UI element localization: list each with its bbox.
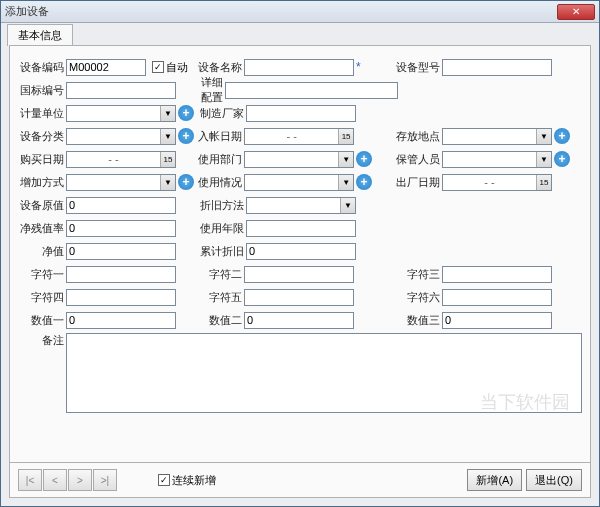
label-keeper: 保管人员	[394, 152, 442, 167]
calendar-icon: 15	[536, 175, 551, 190]
device-code-input[interactable]	[66, 59, 146, 76]
window-title: 添加设备	[5, 4, 557, 19]
accum-depreciation-input[interactable]	[246, 243, 356, 260]
nav-prev-button[interactable]: <	[43, 469, 67, 491]
label-entry-date: 入帐日期	[196, 129, 244, 144]
add-status-button[interactable]: +	[356, 174, 372, 190]
label-salvage-rate: 净残值率	[18, 221, 66, 236]
original-value-input[interactable]	[66, 197, 176, 214]
label-device-category: 设备分类	[18, 129, 66, 144]
label-str6: 字符六	[394, 290, 442, 305]
store-location-combo[interactable]: ▼	[442, 128, 552, 145]
use-status-combo[interactable]: ▼	[244, 174, 354, 191]
label-continuous-add: 连续新增	[172, 473, 216, 488]
label-accum-depreciation: 累计折旧	[198, 244, 246, 259]
str4-input[interactable]	[66, 289, 176, 306]
str1-input[interactable]	[66, 266, 176, 283]
add-method-combo[interactable]: ▼	[66, 174, 176, 191]
chevron-down-icon: ▼	[536, 129, 551, 144]
label-num3: 数值三	[394, 313, 442, 328]
num2-input[interactable]	[244, 312, 354, 329]
depreciation-method-combo[interactable]: ▼	[246, 197, 356, 214]
label-factory-date: 出厂日期	[394, 175, 442, 190]
add-category-button[interactable]: +	[178, 128, 194, 144]
auto-checkbox[interactable]: ✓	[152, 61, 164, 73]
label-device-code: 设备编码	[18, 60, 66, 75]
close-button[interactable]: ✕	[557, 4, 595, 20]
chevron-down-icon: ▼	[160, 175, 175, 190]
chevron-down-icon: ▼	[160, 106, 175, 121]
add-dept-button[interactable]: +	[356, 151, 372, 167]
label-depreciation-method: 折旧方法	[198, 198, 246, 213]
purchase-date-picker[interactable]: - -15	[66, 151, 176, 168]
label-str4: 字符四	[18, 290, 66, 305]
str3-input[interactable]	[442, 266, 552, 283]
label-device-name: 设备名称	[196, 60, 244, 75]
entry-date-picker[interactable]: - -15	[244, 128, 354, 145]
add-button[interactable]: 新增(A)	[467, 469, 522, 491]
device-model-input[interactable]	[442, 59, 552, 76]
label-manufacturer: 制造厂家	[198, 106, 246, 121]
label-device-model: 设备型号	[394, 60, 442, 75]
label-store-location: 存放地点	[394, 129, 442, 144]
net-value-input[interactable]	[66, 243, 176, 260]
form-panel: 设备编码 ✓ 自动 设备名称 * 设备型号 国标编号	[9, 45, 591, 465]
continuous-add-checkbox[interactable]: ✓	[158, 474, 170, 486]
manufacturer-input[interactable]	[246, 105, 356, 122]
factory-date-picker[interactable]: - -15	[442, 174, 552, 191]
label-net-value: 净值	[18, 244, 66, 259]
nav-first-button[interactable]: |<	[18, 469, 42, 491]
str5-input[interactable]	[244, 289, 354, 306]
num3-input[interactable]	[442, 312, 552, 329]
dialog-window: 添加设备 ✕ 基本信息 设备编码 ✓ 自动 设备名称 * 设备型号	[0, 0, 600, 507]
label-auto: 自动	[166, 60, 188, 75]
label-original-value: 设备原值	[18, 198, 66, 213]
national-code-input[interactable]	[66, 82, 176, 99]
exit-button[interactable]: 退出(Q)	[526, 469, 582, 491]
num1-input[interactable]	[66, 312, 176, 329]
label-str2: 字符二	[196, 267, 244, 282]
chevron-down-icon: ▼	[340, 198, 355, 213]
label-purchase-date: 购买日期	[18, 152, 66, 167]
use-dept-combo[interactable]: ▼	[244, 151, 354, 168]
label-str5: 字符五	[196, 290, 244, 305]
detail-config-input[interactable]	[225, 82, 398, 99]
remark-textarea[interactable]	[66, 333, 582, 413]
label-use-dept: 使用部门	[196, 152, 244, 167]
calendar-icon: 15	[160, 152, 175, 167]
footer-bar: |< < > >| ✓ 连续新增 新增(A) 退出(Q)	[9, 462, 591, 498]
nav-next-button[interactable]: >	[68, 469, 92, 491]
close-icon: ✕	[572, 6, 580, 17]
label-str1: 字符一	[18, 267, 66, 282]
add-keeper-button[interactable]: +	[554, 151, 570, 167]
label-add-method: 增加方式	[18, 175, 66, 190]
add-unit-button[interactable]: +	[178, 105, 194, 121]
nav-last-button[interactable]: >|	[93, 469, 117, 491]
tab-strip: 基本信息	[1, 23, 599, 45]
add-location-button[interactable]: +	[554, 128, 570, 144]
device-category-combo[interactable]: ▼	[66, 128, 176, 145]
str6-input[interactable]	[442, 289, 552, 306]
label-detail-config: 详细配置	[198, 75, 225, 105]
add-method-button[interactable]: +	[178, 174, 194, 190]
chevron-down-icon: ▼	[338, 175, 353, 190]
chevron-down-icon: ▼	[160, 129, 175, 144]
unit-combo[interactable]: ▼	[66, 105, 176, 122]
keeper-combo[interactable]: ▼	[442, 151, 552, 168]
label-national-code: 国标编号	[18, 83, 66, 98]
titlebar: 添加设备 ✕	[1, 1, 599, 23]
label-num2: 数值二	[196, 313, 244, 328]
label-unit: 计量单位	[18, 106, 66, 121]
tab-basic-info[interactable]: 基本信息	[7, 24, 73, 46]
calendar-icon: 15	[338, 129, 353, 144]
chevron-down-icon: ▼	[338, 152, 353, 167]
label-str3: 字符三	[394, 267, 442, 282]
chevron-down-icon: ▼	[536, 152, 551, 167]
required-star-icon: *	[356, 60, 361, 74]
label-use-years: 使用年限	[198, 221, 246, 236]
use-years-input[interactable]	[246, 220, 356, 237]
str2-input[interactable]	[244, 266, 354, 283]
device-name-input[interactable]	[244, 59, 354, 76]
label-num1: 数值一	[18, 313, 66, 328]
salvage-rate-input[interactable]	[66, 220, 176, 237]
